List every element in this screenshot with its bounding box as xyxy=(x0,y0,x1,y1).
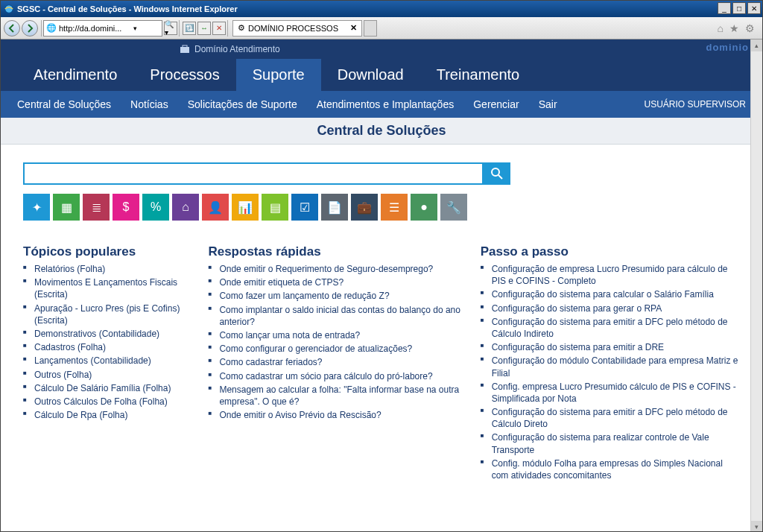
tile-dot[interactable]: ● xyxy=(411,194,437,221)
list-link[interactable]: Configuração do sistema para emitir a DR… xyxy=(492,342,664,352)
url-input[interactable] xyxy=(59,24,133,33)
tab-close-icon[interactable]: ✕ xyxy=(350,23,357,33)
tile-file[interactable]: 📄 xyxy=(321,194,348,221)
mainmenu-item-treinamento[interactable]: Treinamento xyxy=(420,59,536,91)
submenu-item[interactable]: Gerenciar xyxy=(473,98,519,110)
search-box[interactable] xyxy=(23,162,484,185)
list-link[interactable]: Como implantar o saldo inicial das conta… xyxy=(219,305,460,327)
submenu-item[interactable]: Notícias xyxy=(130,98,168,110)
list-link[interactable]: Config. módulo Folha para empresas do Si… xyxy=(492,458,723,481)
sub-menu: Central de SoluçõesNotíciasSolicitações … xyxy=(1,91,762,118)
list-link[interactable]: Como fazer um lançamento de redução Z? xyxy=(219,291,389,301)
dropdown-icon[interactable]: ▾ xyxy=(133,25,137,32)
browser-tab[interactable]: ⚙ DOMÍNIO PROCESSOS ✕ xyxy=(232,20,362,37)
list-link[interactable]: Config. empresa Lucro Presumido cálculo … xyxy=(492,381,736,404)
submenu-item[interactable]: Atendimentos e Implantações xyxy=(317,98,454,110)
list-link[interactable]: Lançamentos (Contabilidade) xyxy=(34,355,151,366)
list-link[interactable]: Configuração do sistema para gerar o RPA xyxy=(492,303,662,314)
list-link[interactable]: Configuração de empresa Lucro Presumido … xyxy=(492,264,728,286)
list-link[interactable]: Cálculo De Salário Família (Folha) xyxy=(34,383,171,393)
tile-money[interactable]: $ xyxy=(113,194,139,221)
maximize-button[interactable]: □ xyxy=(732,2,746,14)
list-item: Configuração de empresa Lucro Presumido … xyxy=(481,263,740,287)
list-item: Configuração do sistema para emitir a DR… xyxy=(481,341,740,353)
tile-list[interactable]: ☰ xyxy=(381,194,408,221)
forward-button[interactable] xyxy=(22,20,38,37)
minimize-button[interactable]: _ xyxy=(718,2,731,14)
tab-label: DOMÍNIO PROCESSOS xyxy=(248,24,338,33)
tile-1[interactable]: ✦ xyxy=(23,194,50,221)
scroll-up-icon[interactable]: ▴ xyxy=(751,39,762,51)
home-icon[interactable]: ⌂ xyxy=(718,22,724,34)
list-link[interactable]: Onde emitir o Aviso Prévio da Rescisão? xyxy=(219,410,381,420)
list-link[interactable]: Onde emitir etiqueta de CTPS? xyxy=(219,277,343,288)
search-button[interactable] xyxy=(484,162,510,185)
tile-book[interactable]: ▤ xyxy=(262,194,288,221)
stop-button[interactable]: ✕ xyxy=(212,22,226,35)
list-link[interactable]: Demonstrativos (Contabilidade) xyxy=(34,329,159,339)
tools-icon[interactable]: ⚙ xyxy=(745,22,755,34)
compat-button[interactable]: ↔ xyxy=(197,22,211,35)
tile-chart[interactable]: 📊 xyxy=(232,194,259,221)
address-bar[interactable]: 🌐 ▾ xyxy=(43,20,162,37)
list-link[interactable]: Configuração do sistema para emitir a DF… xyxy=(492,317,728,339)
tile-calc[interactable]: ▦ xyxy=(53,194,80,221)
mainmenu-item-download[interactable]: Download xyxy=(321,59,420,91)
mainmenu-item-processos[interactable]: Processos xyxy=(133,59,235,91)
list-item: Cálculo De Salário Família (Folha) xyxy=(23,382,200,394)
scroll-down-icon[interactable]: ▾ xyxy=(751,521,762,532)
refresh-button[interactable]: 🔃 xyxy=(183,22,196,35)
list-item: Como cadastrar um sócio para cálculo do … xyxy=(208,370,472,382)
list-item: Config. empresa Lucro Presumido cálculo … xyxy=(481,381,740,405)
list-link[interactable]: Relatórios (Folha) xyxy=(34,264,105,274)
list-link[interactable]: Configuração do sistema para emitir a DF… xyxy=(492,407,728,429)
svg-line-4 xyxy=(498,175,502,179)
list-item: Onde emitir etiqueta de CTPS? xyxy=(208,276,472,288)
window-titlebar: SGSC - Central de Soluções - Windows Int… xyxy=(1,1,762,17)
list-link[interactable]: Outros (Folha) xyxy=(34,370,92,380)
tile-user[interactable]: 👤 xyxy=(202,194,229,221)
list-link[interactable]: Movimentos E Lançamentos Fiscais (Escrit… xyxy=(34,277,177,300)
list-link[interactable]: Outros Cálculos De Folha (Folha) xyxy=(34,396,168,407)
tile-home[interactable]: ⌂ xyxy=(172,194,199,221)
mainmenu-item-atendimento[interactable]: Atendimento xyxy=(17,59,133,91)
submenu-item[interactable]: Solicitações de Suporte xyxy=(188,98,297,110)
svg-rect-2 xyxy=(183,45,187,48)
search-input[interactable] xyxy=(25,168,482,180)
search-dropdown-button[interactable]: 🔍▾ xyxy=(164,22,177,35)
favorites-icon[interactable]: ★ xyxy=(729,22,739,34)
list-link[interactable]: Apuração - Lucro Pres (pis E Cofins) (Es… xyxy=(34,303,180,326)
list-item: Configuração do sistema para gerar o RPA xyxy=(481,303,740,314)
submenu-item[interactable]: Central de Soluções xyxy=(17,98,111,110)
tile-briefcase[interactable]: 💼 xyxy=(351,194,378,221)
list-link[interactable]: Como cadastrar feriados? xyxy=(219,357,322,367)
list-link[interactable]: Onde emitir o Requerimento de Seguro-des… xyxy=(219,264,433,274)
list-link[interactable]: Configuração do sistema para calcular o … xyxy=(492,289,714,300)
tile-docs[interactable]: ≣ xyxy=(83,194,110,221)
back-button[interactable] xyxy=(4,20,20,37)
tile-check[interactable]: ☑ xyxy=(291,194,318,221)
tile-percent[interactable]: % xyxy=(142,194,169,221)
close-button[interactable]: ✕ xyxy=(747,2,761,14)
list-link[interactable]: Mensagem ao calcular a folha: "Falta inf… xyxy=(219,384,459,407)
list-link[interactable]: Como lançar uma nota de entrada? xyxy=(219,330,360,341)
list-item: Outros (Folha) xyxy=(23,369,200,381)
new-tab-button[interactable] xyxy=(364,20,377,37)
mainmenu-item-suporte[interactable]: Suporte xyxy=(236,59,321,91)
list-item: Relatórios (Folha) xyxy=(23,263,200,275)
column-topicos: Tópicos populares Relatórios (Folha)Movi… xyxy=(23,244,200,483)
list-link[interactable]: Como configurar o gerenciador de atualiz… xyxy=(219,343,412,354)
list-link[interactable]: Configuração do módulo Contabilidade par… xyxy=(492,355,738,378)
list-link[interactable]: Configuração do sistema para realizar co… xyxy=(492,432,709,455)
list-link[interactable]: Cadastros (Folha) xyxy=(34,342,106,352)
ie-icon xyxy=(4,4,14,14)
scrollbar[interactable]: ▴ ▾ xyxy=(750,39,762,532)
submenu-item[interactable]: Sair xyxy=(539,98,557,110)
toolbar-right: ⌂ ★ ⚙ xyxy=(718,22,759,34)
globe-icon: 🌐 xyxy=(46,23,57,33)
tile-tool[interactable]: 🔧 xyxy=(440,194,467,221)
list-link[interactable]: Como cadastrar um sócio para cálculo do … xyxy=(219,371,432,381)
list-link[interactable]: Cálculo De Rpa (Folha) xyxy=(34,410,127,420)
page-title: Central de Soluções xyxy=(1,118,762,145)
list-item: Como fazer um lançamento de redução Z? xyxy=(208,290,472,302)
